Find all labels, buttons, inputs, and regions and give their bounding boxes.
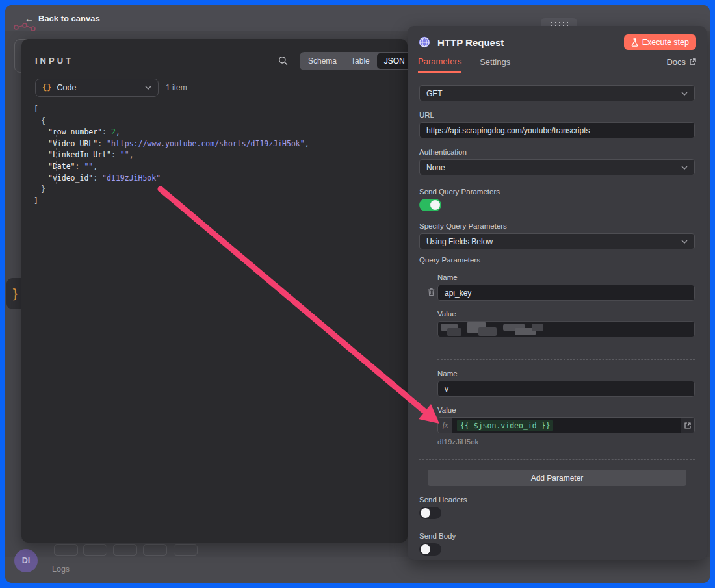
- send-headers-toggle[interactable]: [419, 507, 441, 519]
- chevron-down-icon: [681, 166, 688, 170]
- authentication-value: None: [426, 163, 681, 172]
- specify-query-label: Specify Query Parameters: [419, 222, 695, 230]
- app-window: ← Back to canvas Logs DI } INPUT SchemaT…: [5, 5, 710, 583]
- code-token-punct: ,: [129, 150, 134, 159]
- avatar[interactable]: DI: [14, 549, 38, 572]
- method-value: GET: [426, 89, 681, 98]
- toggle-knob: [430, 200, 440, 210]
- fx-expression-icon[interactable]: fx: [438, 418, 452, 433]
- code-token-punct: :: [98, 139, 107, 148]
- expand-icon: [684, 422, 691, 429]
- code-token-key: "video_id": [48, 173, 93, 183]
- param1-name-value: api_key: [445, 288, 471, 298]
- expression-preview: dI19zJiH5ok: [437, 438, 695, 446]
- method-select[interactable]: GET: [419, 85, 695, 101]
- tab-parameters[interactable]: Parameters: [418, 57, 462, 73]
- code-token-punct: ,: [116, 127, 120, 136]
- search-icon[interactable]: [278, 56, 288, 66]
- param2-name-label: Name: [437, 370, 695, 377]
- globe-icon: [418, 36, 431, 49]
- code-line: "video_id": "dI19zJiH5ok": [34, 173, 309, 185]
- code-token-punct: ,: [93, 162, 98, 171]
- param2-name-input[interactable]: v: [437, 381, 695, 397]
- docs-link[interactable]: Docs: [666, 57, 696, 73]
- tab-table[interactable]: Table: [344, 53, 377, 69]
- send-query-toggle[interactable]: [419, 199, 441, 211]
- code-line: "Video URL": "https://www.youtube.com/sh…: [34, 138, 309, 150]
- param1-name-label: Name: [437, 274, 695, 281]
- code-line: "Date": "",: [34, 161, 309, 173]
- input-source-select[interactable]: {} Code: [35, 79, 159, 97]
- item-count: 1 item: [166, 83, 187, 92]
- code-token-str: "https://www.youtube.com/shorts/dI19zJiH…: [107, 139, 305, 148]
- input-panel-title: INPUT: [35, 56, 73, 66]
- code-line: {: [34, 116, 309, 127]
- redaction-block: [532, 324, 543, 331]
- param1-name-input[interactable]: api_key: [437, 285, 695, 301]
- url-label: URL: [419, 111, 695, 119]
- execute-step-label: Execute step: [642, 38, 689, 47]
- braces-icon: {}: [42, 83, 51, 92]
- query-parameter-rows: Name api_key Value Name: [437, 274, 695, 446]
- chevron-down-icon: [145, 86, 151, 90]
- expression-input[interactable]: {{ $json.video_id }}: [452, 418, 681, 433]
- back-label: Back to canvas: [38, 14, 100, 23]
- trash-icon[interactable]: [428, 288, 435, 296]
- specify-query-select[interactable]: Using Fields Below: [419, 233, 695, 249]
- code-token-str: "dI19zJiH5ok": [102, 173, 161, 183]
- authentication-label: Authentication: [419, 148, 695, 156]
- expression-token: {{ $json.video_id }}: [457, 420, 553, 431]
- chevron-down-icon: [681, 240, 688, 244]
- specify-query-value: Using Fields Below: [426, 237, 681, 246]
- query-parameters-label: Query Parameters: [419, 256, 695, 264]
- redaction-block: [447, 328, 462, 336]
- hidden-button-outline: [54, 544, 78, 556]
- param2-value-expression-field[interactable]: fx {{ $json.video_id }}: [437, 417, 695, 433]
- toggle-knob: [421, 508, 430, 518]
- code-token-punct: }: [41, 185, 46, 194]
- indent-guide: [56, 129, 57, 185]
- code-line: "LinkedIn Url": "",: [34, 149, 309, 161]
- avatar-initials: DI: [22, 556, 31, 565]
- execute-step-button[interactable]: Execute step: [624, 34, 696, 50]
- param-separator: [437, 359, 695, 360]
- panel-title: HTTP Request: [437, 37, 504, 48]
- tab-settings[interactable]: Settings: [480, 57, 510, 73]
- hidden-button-outline: [143, 544, 167, 556]
- authentication-select[interactable]: None: [419, 159, 695, 175]
- tab-schema[interactable]: Schema: [301, 53, 344, 69]
- code-line: "row_number": 2,: [34, 127, 309, 138]
- hidden-button-outline: [113, 544, 137, 556]
- logs-label: Logs: [52, 565, 70, 574]
- send-headers-label: Send Headers: [419, 496, 695, 504]
- input-panel: INPUT SchemaTableJSON {} Code 1 item [{"…: [21, 39, 408, 543]
- http-panel-tabs: Parameters Settings Docs: [408, 56, 707, 73]
- input-view-tabs: SchemaTableJSON: [300, 52, 413, 70]
- back-to-canvas-button[interactable]: ← Back to canvas: [25, 14, 100, 23]
- toggle-knob: [421, 544, 430, 554]
- code-token-num: 2: [111, 127, 116, 136]
- send-query-label: Send Query Parameters: [419, 188, 695, 196]
- send-body-toggle[interactable]: [419, 543, 441, 556]
- code-token-punct: :: [111, 150, 120, 159]
- http-panel-body: GET URL https://api.scrapingdog.com/yout…: [408, 73, 707, 556]
- section-separator: [419, 459, 695, 460]
- url-input[interactable]: https://api.scrapingdog.com/youtube/tran…: [419, 122, 695, 138]
- open-expression-editor-button[interactable]: [681, 418, 694, 433]
- tab-json[interactable]: JSON: [377, 53, 412, 69]
- url-value: https://api.scrapingdog.com/youtube/tran…: [426, 126, 590, 135]
- code-token-punct: :: [93, 173, 102, 183]
- code-token-punct: :: [75, 162, 84, 171]
- json-code: [{"row_number": 2,"Video URL": "https://…: [34, 104, 309, 207]
- code-token-punct: ,: [305, 139, 309, 148]
- add-parameter-button[interactable]: Add Parameter: [428, 470, 686, 486]
- chevron-down-icon: [681, 92, 688, 96]
- param1-value-input-redacted[interactable]: [437, 321, 695, 337]
- param2-value-label: Value: [437, 406, 695, 414]
- external-link-icon: [689, 58, 696, 66]
- redaction-block: [478, 327, 497, 336]
- logs-bar[interactable]: Logs: [5, 557, 710, 583]
- code-token-str: "": [84, 162, 93, 171]
- param1-value-label: Value: [437, 310, 695, 318]
- brace-icon: }: [12, 287, 19, 301]
